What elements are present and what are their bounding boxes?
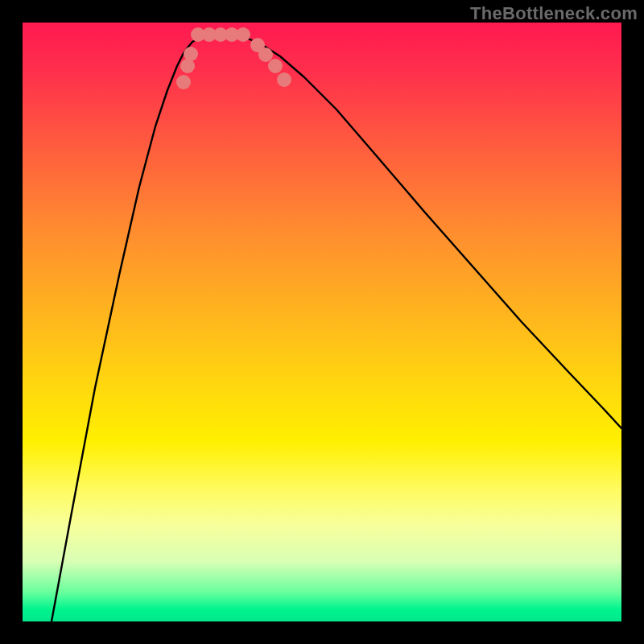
- curve-left-curve: [52, 35, 229, 621]
- marker-point: [236, 27, 250, 42]
- chart-overlay: [23, 23, 621, 621]
- marker-point: [268, 59, 283, 73]
- curve-right-curve: [229, 35, 621, 428]
- curve-group: [52, 35, 621, 621]
- marker-point: [176, 75, 191, 89]
- plot-area: [23, 23, 621, 621]
- watermark-text: TheBottleneck.com: [470, 3, 638, 24]
- marker-group: [176, 27, 291, 89]
- marker-point: [258, 47, 273, 62]
- marker-point: [277, 72, 291, 87]
- chart-stage: TheBottleneck.com: [0, 0, 644, 644]
- marker-point: [184, 47, 198, 61]
